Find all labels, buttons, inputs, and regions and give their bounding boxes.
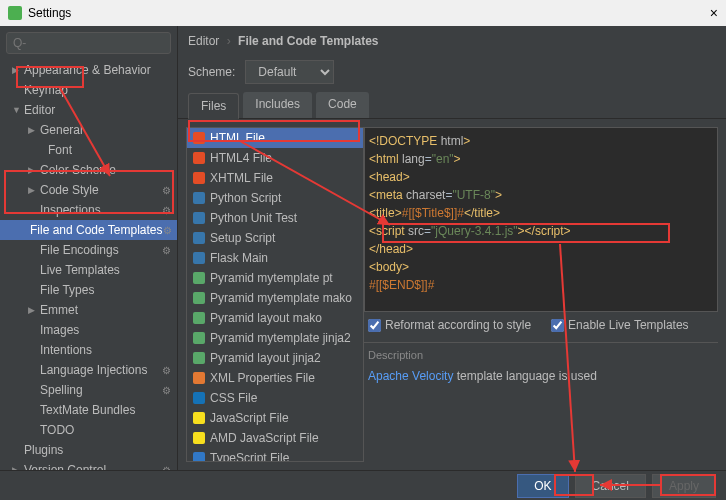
cancel-button[interactable]: Cancel — [575, 474, 646, 498]
template-item[interactable]: AMD JavaScript File — [187, 428, 363, 448]
file-icon — [193, 252, 205, 264]
template-item[interactable]: Flask Main — [187, 248, 363, 268]
template-item[interactable]: JavaScript File — [187, 408, 363, 428]
template-item[interactable]: XML Properties File — [187, 368, 363, 388]
template-item[interactable]: Pyramid layout mako — [187, 308, 363, 328]
template-item[interactable]: Pyramid mytemplate mako — [187, 288, 363, 308]
sidebar-item[interactable]: TextMate Bundles — [0, 400, 177, 420]
template-item[interactable]: Python Unit Test — [187, 208, 363, 228]
template-item[interactable]: Python Script — [187, 188, 363, 208]
file-icon — [193, 332, 205, 344]
tab-code[interactable]: Code — [316, 92, 369, 118]
sidebar-item[interactable]: Plugins — [0, 440, 177, 460]
file-icon — [193, 352, 205, 364]
file-icon — [193, 372, 205, 384]
file-icon — [193, 272, 205, 284]
sidebar-item[interactable]: ▶Color Scheme — [0, 160, 177, 180]
tab-files[interactable]: Files — [188, 93, 239, 119]
code-editor[interactable]: <!DOCTYPE html> <html lang="en"> <head> … — [364, 127, 718, 312]
sidebar-item[interactable]: Spelling⚙ — [0, 380, 177, 400]
sidebar-item[interactable]: ▶Emmet — [0, 300, 177, 320]
sidebar-item[interactable]: TODO — [0, 420, 177, 440]
sidebar-item[interactable]: Live Templates — [0, 260, 177, 280]
template-item[interactable]: CSS File — [187, 388, 363, 408]
scheme-select[interactable]: Default — [245, 60, 334, 84]
settings-tree: ▶Appearance & BehaviorKeymap▼Editor▶Gene… — [0, 60, 177, 470]
ok-button[interactable]: OK — [517, 474, 568, 498]
sidebar-item[interactable]: Intentions — [0, 340, 177, 360]
search-input[interactable] — [6, 32, 171, 54]
sidebar-item[interactable]: Images — [0, 320, 177, 340]
close-icon[interactable]: × — [710, 5, 718, 21]
template-list: HTML FileHTML4 FileXHTML FilePython Scri… — [186, 127, 364, 462]
sidebar-item[interactable]: Font — [0, 140, 177, 160]
sidebar-item[interactable]: ▶Code Style⚙ — [0, 180, 177, 200]
sidebar-item[interactable]: Keymap — [0, 80, 177, 100]
template-item[interactable]: Pyramid mytemplate jinja2 — [187, 328, 363, 348]
template-item[interactable]: XHTML File — [187, 168, 363, 188]
content-pane: Editor › File and Code Templates Scheme:… — [178, 26, 726, 470]
file-icon — [193, 412, 205, 424]
template-item[interactable]: Setup Script — [187, 228, 363, 248]
settings-sidebar: ▶Appearance & BehaviorKeymap▼Editor▶Gene… — [0, 26, 178, 470]
file-icon — [193, 132, 205, 144]
reformat-checkbox[interactable] — [368, 319, 381, 332]
app-icon — [8, 6, 22, 20]
apache-velocity-link[interactable]: Apache Velocity — [368, 369, 453, 383]
gear-icon: ⚙ — [162, 385, 171, 396]
description-body: Apache Velocity template language is use… — [368, 361, 714, 391]
title-bar: Settings × — [0, 0, 726, 26]
sidebar-item[interactable]: ▶General — [0, 120, 177, 140]
window-title: Settings — [28, 6, 71, 20]
live-checkbox[interactable] — [551, 319, 564, 332]
file-icon — [193, 292, 205, 304]
breadcrumb: Editor › File and Code Templates — [178, 26, 726, 56]
template-item[interactable]: TypeScript File — [187, 448, 363, 462]
file-icon — [193, 312, 205, 324]
dialog-buttons: OK Cancel Apply — [0, 470, 726, 500]
template-item[interactable]: Pyramid layout jinja2 — [187, 348, 363, 368]
sidebar-item[interactable]: ▼Editor — [0, 100, 177, 120]
description-title: Description — [368, 349, 714, 361]
apply-button[interactable]: Apply — [652, 474, 716, 498]
tabs: Files Includes Code — [178, 92, 726, 119]
sidebar-item[interactable]: ▶Appearance & Behavior — [0, 60, 177, 80]
breadcrumb-root[interactable]: Editor — [188, 34, 219, 48]
file-icon — [193, 172, 205, 184]
file-icon — [193, 152, 205, 164]
scheme-label: Scheme: — [188, 65, 235, 79]
gear-icon: ⚙ — [163, 225, 172, 236]
gear-icon: ⚙ — [162, 245, 171, 256]
reformat-option[interactable]: Reformat according to style — [368, 318, 531, 332]
sidebar-item[interactable]: File Encodings⚙ — [0, 240, 177, 260]
gear-icon: ⚙ — [162, 365, 171, 376]
template-item[interactable]: Pyramid mytemplate pt — [187, 268, 363, 288]
file-icon — [193, 212, 205, 224]
sidebar-item[interactable]: Language Injections⚙ — [0, 360, 177, 380]
file-icon — [193, 232, 205, 244]
sidebar-item[interactable]: ▶Version Control⚙ — [0, 460, 177, 470]
template-item[interactable]: HTML File — [187, 128, 363, 148]
gear-icon: ⚙ — [162, 185, 171, 196]
sidebar-item[interactable]: Inspections⚙ — [0, 200, 177, 220]
breadcrumb-current: File and Code Templates — [238, 34, 378, 48]
live-templates-option[interactable]: Enable Live Templates — [551, 318, 689, 332]
chevron-right-icon: › — [227, 34, 231, 48]
file-icon — [193, 432, 205, 444]
sidebar-item[interactable]: File Types — [0, 280, 177, 300]
template-item[interactable]: HTML4 File — [187, 148, 363, 168]
file-icon — [193, 392, 205, 404]
file-icon — [193, 452, 205, 462]
tab-includes[interactable]: Includes — [243, 92, 312, 118]
file-icon — [193, 192, 205, 204]
sidebar-item[interactable]: File and Code Templates⚙ — [0, 220, 177, 240]
gear-icon: ⚙ — [162, 205, 171, 216]
